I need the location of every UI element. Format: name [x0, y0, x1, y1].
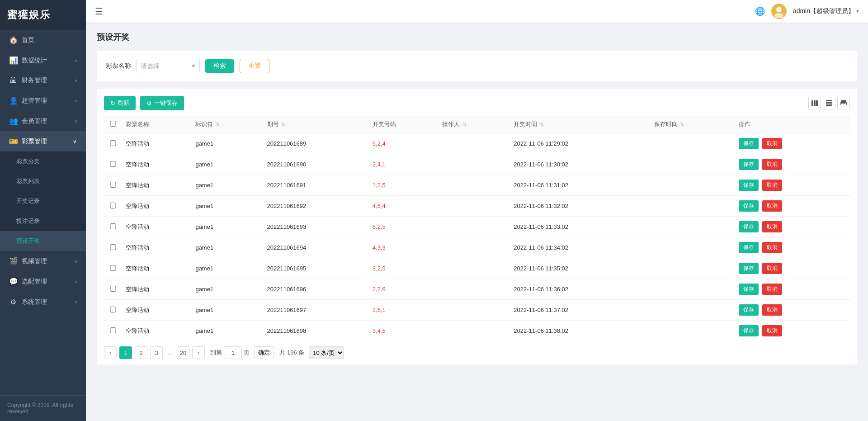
- globe-icon[interactable]: 🌐: [755, 6, 765, 16]
- row-checkbox-6[interactable]: [108, 265, 118, 271]
- cancel-row-button-2[interactable]: 取消: [762, 180, 782, 191]
- cancel-row-button-0[interactable]: 取消: [762, 138, 782, 149]
- sidebar-item-bet-records[interactable]: 投注记录: [0, 211, 86, 231]
- row-draw-time-cell: 2022-11-06 11:35:02: [510, 258, 650, 279]
- cancel-row-button-9[interactable]: 取消: [762, 325, 782, 336]
- cancel-row-button-1[interactable]: 取消: [762, 159, 782, 170]
- sidebar-item-lottery[interactable]: 🎫 彩票管理 ∨: [0, 131, 86, 151]
- save-row-button-8[interactable]: 保存: [739, 304, 759, 316]
- bank-icon: 🏛: [9, 76, 17, 85]
- page-button-2[interactable]: 2: [135, 346, 147, 359]
- row-checkbox-4[interactable]: [108, 223, 118, 229]
- sidebar-item-super-admin[interactable]: 👤 超管管理 ›: [0, 90, 86, 111]
- sidebar-item-home[interactable]: 🏠 首页: [0, 30, 86, 50]
- page-button-1[interactable]: 1: [119, 346, 132, 359]
- print-button[interactable]: [837, 97, 850, 109]
- page-goto: 到第 页 确定: [210, 346, 274, 359]
- row-action-cell: 保存 取消: [735, 217, 850, 237]
- sidebar-item-system[interactable]: ⚙ 系统管理 ›: [0, 292, 86, 312]
- row-draw-time-cell: 2022-11-06 11:29:02: [510, 133, 650, 154]
- save-row-button-2[interactable]: 保存: [739, 180, 759, 191]
- filter-bar: 彩票名称 请选择 检索 重置: [97, 51, 857, 81]
- lottery-name-select[interactable]: 请选择: [137, 59, 200, 73]
- page-ellipsis: ...: [165, 350, 174, 356]
- cancel-row-button-8[interactable]: 取消: [762, 304, 782, 316]
- row-checkbox-cell: [104, 196, 122, 217]
- cancel-row-button-4[interactable]: 取消: [762, 221, 782, 232]
- sidebar-item-draw-records[interactable]: 开奖记录: [0, 191, 86, 211]
- row-view-button[interactable]: [823, 97, 835, 109]
- sort-icon-period[interactable]: ⇅: [281, 122, 285, 127]
- row-checkbox-0[interactable]: [108, 140, 118, 146]
- prev-page-button[interactable]: ‹: [104, 346, 117, 359]
- col-action: 操作: [735, 116, 850, 133]
- row-save-time-cell: [651, 154, 736, 175]
- row-checkbox-3[interactable]: [108, 203, 118, 208]
- save-row-button-0[interactable]: 保存: [739, 138, 759, 149]
- sidebar-item-lottery-list[interactable]: 彩票列表: [0, 171, 86, 191]
- row-checkbox-5[interactable]: [108, 244, 118, 250]
- row-checkbox-1[interactable]: [108, 161, 118, 167]
- sidebar-item-lottery-category[interactable]: 彩票分类: [0, 151, 86, 171]
- reset-button[interactable]: 重置: [240, 59, 269, 73]
- page-button-3[interactable]: 3: [150, 346, 163, 359]
- cancel-row-button-7[interactable]: 取消: [762, 284, 782, 295]
- save-row-button-1[interactable]: 保存: [739, 159, 759, 170]
- page-goto-input[interactable]: [224, 346, 242, 359]
- save-row-button-4[interactable]: 保存: [739, 221, 759, 232]
- sidebar-item-finance[interactable]: 🏛 财务管理 ›: [0, 71, 86, 90]
- sort-icon-operator[interactable]: ⇅: [462, 122, 467, 127]
- refresh-button[interactable]: ↻ 刷新: [104, 96, 136, 110]
- row-save-time-cell: [651, 321, 736, 341]
- save-row-button-5[interactable]: 保存: [739, 242, 759, 253]
- select-all-checkbox[interactable]: [108, 121, 118, 127]
- sidebar: 蜜獾娱乐 🏠 首页 📊 数据统计 › 🏛 财务管理 › 👤 超管管理 › 👥 会…: [0, 0, 86, 421]
- row-operator-cell: [439, 133, 510, 154]
- chevron-down-icon: ∨: [73, 138, 77, 145]
- sidebar-item-data-stats[interactable]: 📊 数据统计 ›: [0, 50, 86, 71]
- save-row-button-6[interactable]: 保存: [739, 263, 759, 274]
- table-row: 空降活动 game1 202211061691 1,2,5 2022-11-06…: [104, 175, 850, 196]
- row-checkbox-9[interactable]: [108, 327, 118, 333]
- row-checkbox-2[interactable]: [108, 182, 118, 188]
- row-draw-time-cell: 2022-11-06 11:38:02: [510, 321, 650, 341]
- cancel-row-button-6[interactable]: 取消: [762, 263, 782, 274]
- column-view-button[interactable]: [808, 97, 821, 109]
- goto-confirm-button[interactable]: 确定: [254, 346, 274, 359]
- row-checkbox-cell: [104, 217, 122, 237]
- row-checkbox-7[interactable]: [108, 286, 118, 292]
- cancel-row-button-3[interactable]: 取消: [762, 200, 782, 212]
- search-button[interactable]: 检索: [205, 59, 234, 73]
- row-checkbox-8[interactable]: [108, 307, 118, 312]
- row-operator-cell: [439, 196, 510, 217]
- save-row-button-9[interactable]: 保存: [739, 325, 759, 336]
- page-size-select[interactable]: 10 条/页 20 条/页 50 条/页: [309, 346, 344, 359]
- sidebar-item-label: 超管管理: [22, 97, 47, 105]
- cancel-row-button-5[interactable]: 取消: [762, 242, 782, 253]
- row-action-cell: 保存 取消: [735, 279, 850, 300]
- sidebar-item-preset-draw[interactable]: 预设开奖: [0, 231, 86, 251]
- save-row-button-3[interactable]: 保存: [739, 200, 759, 212]
- row-period-cell: 202211061695: [264, 258, 369, 279]
- row-period-cell: 202211061693: [264, 217, 369, 237]
- next-page-button[interactable]: ›: [192, 346, 205, 359]
- row-draw-time-cell: 2022-11-06 11:31:02: [510, 175, 650, 196]
- row-action-cell: 保存 取消: [735, 258, 850, 279]
- table-row: 空降活动 game1 202211061695 3,2,5 2022-11-06…: [104, 258, 850, 279]
- row-draw-time-cell: 2022-11-06 11:32:02: [510, 196, 650, 217]
- svg-rect-8: [841, 100, 846, 102]
- sidebar-item-selected[interactable]: 💬 选配管理 ›: [0, 271, 86, 292]
- sort-icon-draw-time[interactable]: ⇅: [540, 122, 544, 127]
- sort-icon-save-time[interactable]: ⇅: [680, 122, 684, 127]
- sidebar-footer: Copyright © 2019. All rights reserved.: [0, 395, 86, 421]
- topbar-user-info[interactable]: admin【超级管理员】 ▾: [793, 7, 859, 15]
- row-draw-time-cell: 2022-11-06 11:30:02: [510, 154, 650, 175]
- save-row-button-7[interactable]: 保存: [739, 284, 759, 295]
- row-checkbox-cell: [104, 300, 122, 321]
- sort-icon-tag[interactable]: ⇅: [216, 122, 220, 127]
- sidebar-item-member[interactable]: 👥 会员管理 ›: [0, 111, 86, 131]
- save-all-button[interactable]: ⚙ 一键保存: [140, 96, 184, 110]
- page-button-20[interactable]: 20: [177, 346, 189, 359]
- sidebar-item-video[interactable]: 🎬 视频管理 ›: [0, 251, 86, 271]
- hamburger-button[interactable]: ☰: [95, 6, 103, 17]
